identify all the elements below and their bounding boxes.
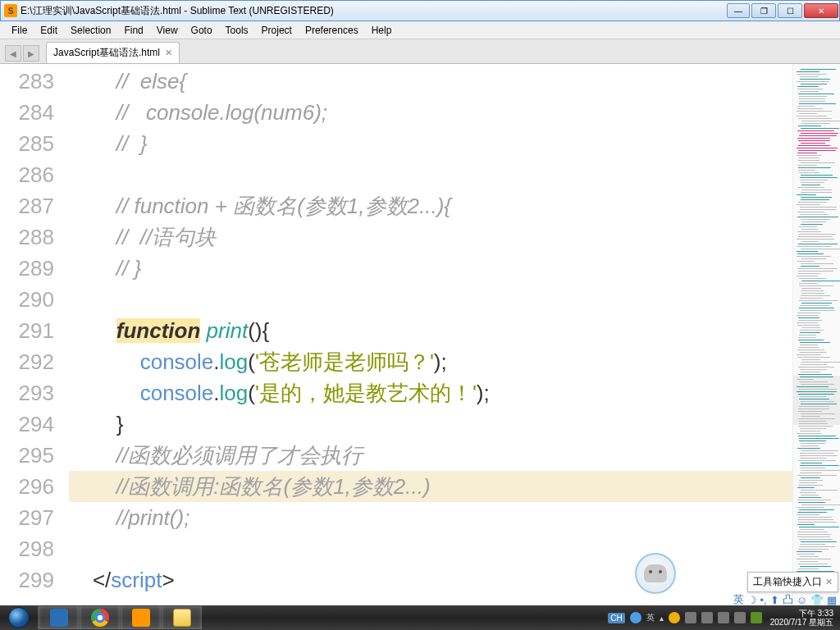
- toolbox-label: 工具箱快捷入口: [753, 575, 822, 589]
- menu-help[interactable]: Help: [365, 22, 399, 39]
- tab-close-icon[interactable]: ✕: [165, 48, 172, 58]
- app-icon: S: [4, 4, 17, 17]
- code-line[interactable]: // function + 函数名(参数1,参数2...){: [69, 190, 792, 221]
- tray-network-icon[interactable]: [701, 612, 713, 623]
- menu-goto[interactable]: Goto: [185, 22, 219, 39]
- tab-prev-button[interactable]: ◀: [5, 45, 21, 62]
- tab-label: JavaScript基础语法.html: [53, 46, 160, 60]
- code-line[interactable]: // }: [69, 253, 792, 284]
- ime-mic-icon[interactable]: ⬆: [770, 594, 779, 606]
- code-line[interactable]: [69, 284, 792, 315]
- code-line[interactable]: function print(){: [69, 315, 792, 346]
- code-line[interactable]: // else{: [69, 66, 792, 97]
- tray-360-icon[interactable]: [669, 612, 680, 623]
- taskbar-explorer[interactable]: [161, 606, 202, 629]
- ime-moon-icon[interactable]: ☽: [747, 594, 757, 606]
- taskbar: CH 英 ▴ 下午 3:33 2020/7/17 星期五: [0, 605, 840, 630]
- toolbox-close-icon[interactable]: ✕: [825, 577, 833, 587]
- menu-find[interactable]: Find: [117, 22, 149, 39]
- tray-ime[interactable]: 英: [646, 612, 655, 623]
- tray-clock[interactable]: 下午 3:33 2020/7/17 星期五: [767, 607, 837, 628]
- close-button[interactable]: ✕: [804, 3, 838, 18]
- menu-selection[interactable]: Selection: [64, 22, 117, 39]
- tray-q-icon[interactable]: [630, 612, 641, 623]
- menu-edit[interactable]: Edit: [34, 22, 64, 39]
- taskbar-sublime[interactable]: [120, 606, 161, 629]
- ime-grid-icon[interactable]: ▦: [827, 594, 837, 606]
- tray-date: 2020/7/17 星期五: [770, 618, 833, 627]
- code-line[interactable]: //函数必须调用了才会执行: [69, 440, 792, 471]
- code-line[interactable]: // }: [69, 128, 792, 159]
- code-content[interactable]: // else{ // console.log(num6); // } // f…: [69, 64, 792, 605]
- code-line[interactable]: console.log('苍老师是老师吗？');: [69, 346, 792, 377]
- tray-time: 下午 3:33: [770, 609, 833, 618]
- restore-button[interactable]: ❐: [751, 3, 776, 18]
- file-tab[interactable]: JavaScript基础语法.html ✕: [46, 42, 180, 63]
- tray-arrow-icon[interactable]: ▴: [660, 614, 664, 623]
- ime-comma-icon[interactable]: •,: [760, 594, 767, 606]
- minimap-viewport[interactable]: [793, 376, 840, 425]
- code-line[interactable]: [69, 533, 792, 564]
- menu-tools[interactable]: Tools: [219, 22, 255, 39]
- code-line[interactable]: // console.log(num6);: [69, 97, 792, 128]
- tab-bar: ◀ ▶ JavaScript基础语法.html ✕: [0, 39, 840, 64]
- assistant-avatar[interactable]: [635, 553, 676, 594]
- ime-skin-icon[interactable]: 👕: [810, 594, 824, 606]
- system-tray: CH 英 ▴ 下午 3:33 2020/7/17 星期五: [608, 607, 840, 628]
- minimap[interactable]: [792, 64, 840, 605]
- tray-usb-icon[interactable]: [734, 612, 746, 623]
- menu-project[interactable]: Project: [255, 22, 299, 39]
- minimize-button[interactable]: —: [727, 3, 750, 18]
- code-line[interactable]: //print();: [69, 502, 792, 533]
- taskbar-app-1[interactable]: [38, 606, 79, 629]
- menu-bar: FileEditSelectionFindViewGotoToolsProjec…: [0, 21, 840, 39]
- tray-flag-icon[interactable]: [685, 612, 696, 623]
- maximize-button[interactable]: ☐: [778, 3, 802, 18]
- taskbar-chrome[interactable]: [79, 606, 120, 629]
- code-line[interactable]: </script>: [69, 564, 792, 596]
- toolbox-popup[interactable]: 工具箱快捷入口 ✕: [747, 572, 838, 592]
- code-line[interactable]: [69, 159, 792, 190]
- menu-file[interactable]: File: [5, 22, 34, 39]
- menu-preferences[interactable]: Preferences: [299, 22, 365, 39]
- menu-view[interactable]: View: [150, 22, 185, 39]
- tray-nvidia-icon[interactable]: [751, 612, 762, 623]
- tray-volume-icon[interactable]: [718, 612, 729, 623]
- code-editor[interactable]: 2832842852862872882892902912922932942952…: [0, 64, 840, 605]
- tray-lang[interactable]: CH: [608, 613, 624, 623]
- code-line[interactable]: console.log('是的，她是教艺术的！');: [69, 377, 792, 409]
- window-title: E:\江理实训\JavaScript基础语法.html - Sublime Te…: [21, 4, 334, 18]
- line-number-gutter: 2832842852862872882892902912922932942952…: [0, 64, 69, 605]
- code-line[interactable]: //函数调用:函数名(参数1,参数2...): [69, 471, 792, 502]
- window-titlebar: S E:\江理实训\JavaScript基础语法.html - Sublime …: [0, 0, 840, 21]
- code-line[interactable]: }: [69, 409, 792, 440]
- tab-next-button[interactable]: ▶: [23, 45, 39, 62]
- ime-smile-icon[interactable]: ☺: [797, 594, 807, 606]
- start-button[interactable]: [0, 606, 38, 629]
- code-line[interactable]: // //语句块: [69, 221, 792, 253]
